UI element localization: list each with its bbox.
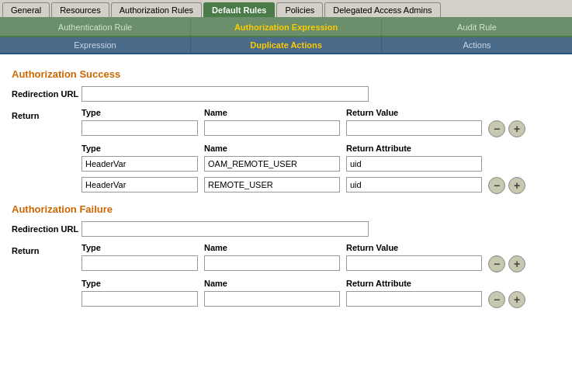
failure-redirect-label: Redirection URL bbox=[12, 221, 81, 234]
success-row2-type-input[interactable] bbox=[81, 177, 198, 193]
failure-empty-plus-button[interactable]: + bbox=[508, 255, 525, 272]
success-return-value-header: Return Value bbox=[346, 108, 482, 117]
failure-return-attr-header: Return Attribute bbox=[346, 279, 482, 288]
tab-audit-rule[interactable]: Audit Rule bbox=[382, 19, 572, 36]
failure-row1-type-input[interactable] bbox=[81, 291, 198, 307]
success-redirect-url-input[interactable] bbox=[81, 86, 369, 102]
third-tabs: Expression Duplicate Actions Actions bbox=[0, 37, 572, 54]
success-row2-plus-button[interactable]: + bbox=[508, 177, 525, 194]
failure-row1-plus-button[interactable]: + bbox=[508, 291, 525, 308]
success-name-header-2: Name bbox=[204, 144, 340, 153]
success-row1-attr-input[interactable] bbox=[346, 156, 482, 172]
failure-row1-buttons: − + bbox=[488, 290, 525, 308]
failure-redirect-value bbox=[81, 221, 560, 237]
subtab-duplicate-actions[interactable]: Duplicate Actions bbox=[191, 37, 382, 53]
success-return-section: Return Type Name Return Value − + bbox=[12, 108, 560, 194]
success-return-attr-headers: Type Name Return Attribute bbox=[81, 144, 529, 153]
success-redirect-label: Redirection URL bbox=[12, 86, 81, 99]
failure-return-value-headers: Type Name Return Value bbox=[81, 243, 529, 252]
failure-row1-name-input[interactable] bbox=[204, 291, 340, 307]
success-row2-attr-input[interactable] bbox=[346, 177, 482, 193]
audit-rule-label: Audit Rule bbox=[457, 23, 497, 32]
success-empty-row: − + bbox=[81, 119, 529, 137]
authorization-expression-label: Authorization Expression bbox=[234, 23, 338, 32]
success-data-row-1: − + bbox=[81, 154, 529, 173]
failure-empty-minus-button[interactable]: − bbox=[488, 255, 505, 272]
success-return-attr-header: Return Attribute bbox=[346, 144, 482, 153]
failure-empty-row: − + bbox=[81, 254, 529, 272]
success-redirect-value bbox=[81, 86, 560, 102]
success-type-header-2: Type bbox=[81, 144, 198, 153]
failure-redirect-url-input[interactable] bbox=[81, 221, 369, 237]
failure-redirect-row: Redirection URL bbox=[12, 221, 560, 237]
main-content: Authorization Success Redirection URL Re… bbox=[0, 54, 572, 321]
failure-row1-attr-input[interactable] bbox=[346, 291, 482, 307]
expression-label: Expression bbox=[74, 40, 116, 50]
authentication-rule-label: Authentication Rule bbox=[58, 23, 132, 32]
failure-type-header-1: Type bbox=[81, 243, 198, 252]
subtab-expression[interactable]: Expression bbox=[0, 37, 191, 53]
failure-return-attr-headers: Type Name Return Attribute bbox=[81, 279, 529, 288]
success-empty-row-buttons: − + bbox=[488, 119, 525, 137]
failure-empty-type-input[interactable] bbox=[81, 255, 198, 271]
tab-delegated-access[interactable]: Delegated Access Admins bbox=[324, 2, 440, 17]
tab-general[interactable]: General bbox=[2, 2, 50, 17]
failure-empty-name-input[interactable] bbox=[204, 255, 340, 271]
success-redirect-row: Redirection URL bbox=[12, 86, 560, 102]
success-row2-minus-button[interactable]: − bbox=[488, 177, 505, 194]
actions-label: Actions bbox=[463, 40, 491, 50]
tab-policies[interactable]: Policies bbox=[276, 2, 323, 17]
success-return-block: Type Name Return Value − + Type Name Ret… bbox=[81, 108, 529, 194]
success-row1-type-input[interactable] bbox=[81, 156, 198, 172]
tab-authorization-expression[interactable]: Authorization Expression bbox=[191, 19, 382, 36]
failure-type-header-2: Type bbox=[81, 279, 198, 288]
second-tabs: Authentication Rule Authorization Expres… bbox=[0, 19, 572, 37]
failure-return-label: Return bbox=[12, 243, 81, 255]
success-data-row-2: − + bbox=[81, 175, 529, 194]
tab-authentication-rule[interactable]: Authentication Rule bbox=[0, 19, 191, 36]
success-row2-name-input[interactable] bbox=[204, 177, 340, 193]
success-empty-minus-button[interactable]: − bbox=[488, 120, 505, 137]
success-empty-btn-group bbox=[488, 112, 529, 113]
success-type-header-1: Type bbox=[81, 108, 198, 117]
success-return-label: Return bbox=[12, 108, 81, 120]
failure-empty-value-input[interactable] bbox=[346, 255, 482, 271]
success-row2-buttons: − + bbox=[488, 175, 525, 194]
tab-default-rules[interactable]: Default Rules bbox=[203, 2, 275, 17]
top-tabs: General Resources Authorization Rules De… bbox=[0, 0, 572, 19]
success-empty-value-input[interactable] bbox=[346, 120, 482, 136]
failure-return-section: Return Type Name Return Value − + bbox=[12, 243, 560, 308]
success-empty-plus-button[interactable]: + bbox=[508, 120, 525, 137]
auth-failure-title: Authorization Failure bbox=[12, 203, 560, 215]
tab-authorization-rules[interactable]: Authorization Rules bbox=[111, 2, 202, 17]
failure-empty-row-buttons: − + bbox=[488, 254, 525, 272]
failure-return-block: Type Name Return Value − + Type Name Ret… bbox=[81, 243, 529, 308]
tab-resources[interactable]: Resources bbox=[51, 2, 109, 17]
success-empty-name-input[interactable] bbox=[204, 120, 340, 136]
success-empty-type-input[interactable] bbox=[81, 120, 198, 136]
duplicate-actions-label: Duplicate Actions bbox=[250, 40, 322, 50]
success-return-value-headers: Type Name Return Value bbox=[81, 108, 529, 117]
auth-success-title: Authorization Success bbox=[12, 68, 560, 80]
failure-data-row-1: − + bbox=[81, 290, 529, 308]
subtab-actions[interactable]: Actions bbox=[382, 37, 572, 53]
success-name-header-1: Name bbox=[204, 108, 340, 117]
success-row1-name-input[interactable] bbox=[204, 156, 340, 172]
failure-name-header-1: Name bbox=[204, 243, 340, 252]
failure-name-header-2: Name bbox=[204, 279, 340, 288]
failure-return-value-header: Return Value bbox=[346, 243, 482, 252]
failure-row1-minus-button[interactable]: − bbox=[488, 291, 505, 308]
